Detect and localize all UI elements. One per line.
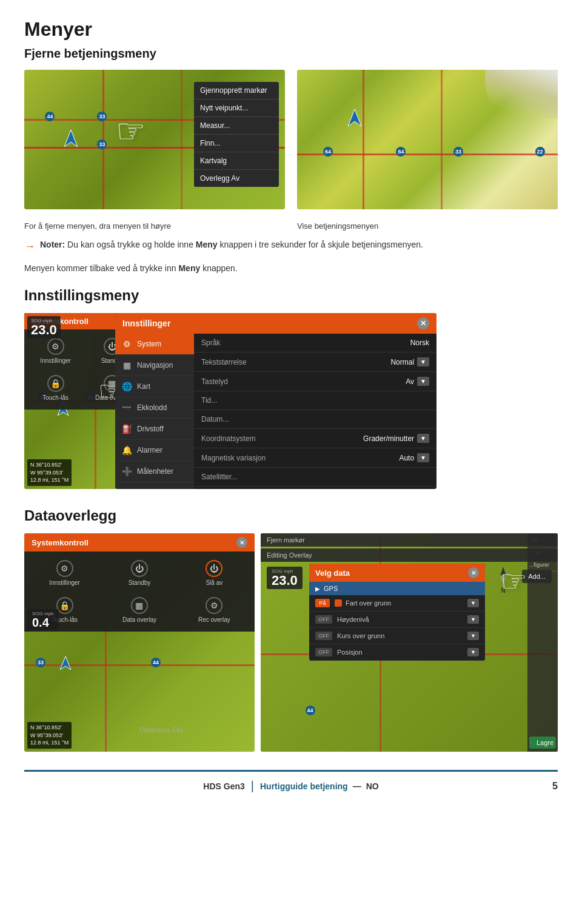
toggle-off-icon[interactable]: OFF: [315, 615, 332, 624]
dropdown-arrow-icon[interactable]: ▼: [467, 632, 479, 640]
images-captions: For å fjerne menyen, dra menyen til høyr…: [24, 221, 558, 231]
settings-row-satellitter[interactable]: Satellitter...: [194, 468, 436, 487]
hand-cursor-icon-3: ☞: [500, 564, 527, 599]
gear-icon: ⚙: [56, 560, 73, 577]
terrain-feature: [485, 70, 558, 118]
data-panel-data-overlay[interactable]: ▦ Data overlay: [104, 593, 175, 627]
speed-overlay: SOG mph 23.0: [27, 316, 61, 339]
dropdown-arrow-icon: ▼: [417, 357, 429, 366]
velg-data-close-button[interactable]: ✕: [468, 567, 479, 578]
context-menu-item[interactable]: Finn...: [194, 135, 279, 152]
page-footer: HDS Gen3 | Hurtigguide betjening — NO 5: [24, 770, 558, 798]
top-images-row: 44 33 33 Gjennopprett markør Nytt veipun…: [24, 70, 558, 209]
dropdown-arrow-icon: ▼: [417, 453, 429, 462]
settings-area: 44 33 SOG mph 23.0 N 36°10.852' W 95°39.…: [24, 313, 558, 489]
settings-dialog-title-text: Innstillinger: [122, 319, 170, 328]
footer-separator: |: [251, 779, 254, 793]
data-panel-standby[interactable]: ⏻ Standby: [104, 556, 175, 590]
settings-row-tekststorrelse: Tekststørrelse Normal ▼: [194, 352, 436, 372]
fjern-marker-bar: Fjern markør: [261, 533, 558, 547]
data-panel-slav[interactable]: ⏻ Slå av: [179, 556, 250, 590]
settings-nav-kart[interactable]: 🌐 Kart: [115, 376, 194, 397]
page-title: Menyer: [24, 18, 558, 41]
note-section: → Noter: Du kan også trykke og holde inn…: [24, 240, 558, 253]
settings-nav-navigasjon[interactable]: ▦ Navigasjon: [115, 355, 194, 376]
toggle-on-icon[interactable]: På: [315, 599, 330, 607]
note-arrow-icon: →: [24, 240, 35, 253]
alarmer-icon: 🔔: [121, 445, 132, 455]
right-edge-panel: ...til... ...re... ...figurer Lagre: [527, 533, 558, 752]
context-menu-item[interactable]: Measur...: [194, 117, 279, 135]
context-menu-item[interactable]: Nytt veipunkt...: [194, 99, 279, 117]
data-close-button[interactable]: ✕: [236, 537, 247, 548]
lagre-button[interactable]: Lagre: [529, 737, 556, 749]
left-caption: For å fjerne menyen, dra menyen til høyr…: [24, 221, 285, 231]
dataoverlegg-header: Dataoverlegg: [24, 507, 558, 524]
data-gps-coords: N 36°10.852' W 95°39.053' 12.8 mi, 151 °…: [27, 722, 72, 749]
settings-row-sprak: Språk Norsk: [194, 334, 436, 352]
innstillinger-header: Innstillingsmeny: [24, 287, 558, 304]
right-caption: Vise betjeningsmenyen: [297, 221, 558, 231]
dropdown-arrow-icon[interactable]: ▼: [467, 648, 479, 656]
data-panel-innstillinger[interactable]: ⚙ Innstillinger: [29, 556, 100, 590]
rec-icon: ⚙: [206, 597, 222, 614]
velg-data-dialog: Velg data ✕ ▶ GPS På Fart over grunn ▼ O…: [309, 564, 485, 661]
footer-guide: Hurtigguide betjening: [260, 781, 348, 791]
settings-row-tid[interactable]: Tid...: [194, 391, 436, 410]
settings-nav-malenheter[interactable]: ➕ Målenheter: [115, 461, 194, 482]
settings-nav-ekkolodd[interactable]: 〰 Ekkolodd: [115, 397, 194, 419]
context-menu-item[interactable]: Gjennopprett markør: [194, 82, 279, 99]
lock-icon: 🔒: [56, 597, 73, 614]
settings-nav-system[interactable]: ⚙ System: [115, 334, 194, 355]
route-badge: 44: [306, 706, 315, 715]
page-header: Menyer: [24, 18, 558, 41]
nav-arrow-data: [60, 656, 71, 672]
settings-row-magnetisk: Magnetisk variasjon Auto ▼: [194, 448, 436, 468]
velg-data-row-hoyde: OFF Høydenivå ▼: [309, 612, 485, 628]
dropdown-arrow-icon: ▼: [417, 377, 429, 386]
panel-item-innstillinger[interactable]: ⚙ Innstillinger: [29, 334, 82, 368]
context-menu-item[interactable]: Kartvalg: [194, 152, 279, 170]
power-off-icon: ⏻: [206, 560, 222, 577]
context-menu[interactable]: Gjennopprett markør Nytt veipunkt... Mea…: [194, 82, 279, 187]
settings-nav-alarmer[interactable]: 🔔 Alarmer: [115, 440, 194, 461]
velg-data-row-kurs: OFF Kurs over grunn ▼: [309, 628, 485, 644]
toggle-off-icon[interactable]: OFF: [315, 632, 332, 640]
dropdown-arrow-icon[interactable]: ▼: [467, 615, 479, 624]
gps-lon: W 95°39.053': [30, 469, 69, 477]
oklahoma-city-label: Oklahoma City: [139, 726, 183, 733]
settings-nav-drivstoff[interactable]: ⛽ Drivstoff: [115, 419, 194, 440]
gps-dist: 12.8 mi, 151 °M: [30, 476, 69, 484]
lock-icon: 🔒: [47, 375, 64, 392]
gps-lat: N 36°10.852': [30, 461, 69, 469]
route-badge: 64: [396, 147, 406, 157]
system-icon: ⚙: [121, 339, 132, 349]
data-panel-rec-overlay[interactable]: ⚙ Rec overlay: [179, 593, 250, 627]
context-menu-item[interactable]: Overlegg Av: [194, 170, 279, 187]
editing-overlay-bar: Editing Overlay: [261, 548, 558, 562]
panel-item-touchlas[interactable]: 🔒 Touch-lås: [29, 371, 82, 405]
dropdown-arrow-icon[interactable]: ▼: [467, 599, 479, 607]
settings-row-datum[interactable]: Datum...: [194, 410, 436, 429]
footer-page-number: 5: [552, 781, 558, 792]
svg-marker-1: [348, 109, 361, 126]
left-map: 44 33 33 Gjennopprett markør Nytt veipun…: [24, 70, 285, 209]
velg-data-row-fart: På Fart over grunn ▼: [309, 595, 485, 612]
data-right-area: 44 Fjern markør Editing Overlay SOG mph …: [261, 533, 558, 752]
svg-marker-0: [64, 130, 78, 147]
power-icon: ⏻: [131, 560, 148, 577]
body-text: Menyen kommer tilbake ved å trykke inn M…: [24, 262, 558, 275]
gps-coords: N 36°10.852' W 95°39.053' 12.8 mi, 151 °…: [27, 459, 72, 486]
toggle-off-icon[interactable]: OFF: [315, 648, 332, 656]
drivstoff-icon: ⛽: [121, 424, 132, 434]
dataoverlegg-area: Oklahoma City 33 44 N 36°10.852' W 95°39…: [24, 533, 558, 752]
settings-close-button[interactable]: ✕: [417, 317, 429, 329]
settings-left-nav: ⚙ System ▦ Navigasjon 🌐 Kart 〰 Ekkolodd: [115, 334, 194, 489]
settings-dialog: Innstillinger ✕ ⚙ System ▦ Navigasjon 🌐: [115, 313, 436, 489]
hand-cursor-icon: ☞: [116, 112, 146, 150]
page-container: Menyer Fjerne betjeningsmeny 44 33 33: [0, 0, 582, 810]
malenheter-icon: ➕: [121, 467, 132, 476]
kart-icon: 🌐: [121, 382, 132, 391]
settings-right-panel: Språk Norsk Tekststørrelse Normal ▼ Tast…: [194, 334, 436, 489]
footer-product: HDS Gen3: [203, 781, 244, 791]
